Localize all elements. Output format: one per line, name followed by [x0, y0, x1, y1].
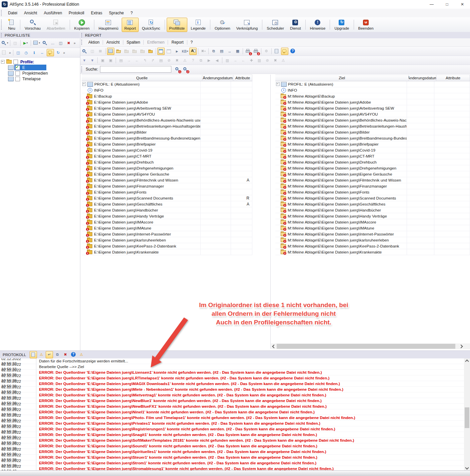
table-row[interactable]: PROFIL: E (Aktualisieren)	[275, 81, 470, 87]
menu-sprache[interactable]: Sprache	[106, 9, 127, 17]
profile-comment-button[interactable]	[47, 49, 54, 56]
menu-ausfhren[interactable]: Ausführen	[40, 9, 65, 17]
log-vertical-scrollbar[interactable]	[464, 358, 470, 470]
filter-off-button[interactable]: ▼	[89, 57, 96, 64]
legende-button[interactable]: Legende	[188, 18, 208, 32]
table-row[interactable]: 1E:\Eigene Dateien juerg\IMAtune	[82, 225, 252, 231]
table-row[interactable]: 2M:\Meine Ablage\E\Eigene Dateien juerg\…	[275, 243, 470, 249]
report-menu-spalten[interactable]: Spalten	[123, 39, 144, 46]
table-row[interactable]: 2M:\Meine Ablage\E\Eigene Dateien juerg\…	[275, 159, 470, 165]
search-in-target-button[interactable]: 2	[182, 66, 189, 73]
table-row[interactable]: iINFO	[82, 87, 252, 93]
close-button[interactable]: ✕	[455, 0, 470, 9]
report-search-button[interactable]	[81, 48, 88, 55]
profile-info-view-button[interactable]: ℹ	[31, 49, 38, 56]
profile-refresh-button[interactable]: ↻	[55, 49, 62, 56]
table-row[interactable]: 2M:\Meine Ablage\E\Eigene Dateien juerg\…	[275, 135, 470, 141]
folder-open-button[interactable]	[115, 48, 122, 55]
table-row[interactable]: 1E:\Eigene Dateien juerg\Filmtechnik und…	[82, 177, 252, 183]
profile-checkbox[interactable]	[15, 71, 20, 76]
collapse-icon[interactable]	[82, 82, 86, 86]
column-header-2[interactable]: Attribute	[233, 75, 252, 81]
log-clear-button[interactable]: ✖	[62, 351, 69, 358]
log-file-warning-button[interactable]: ⚠	[78, 351, 85, 358]
table-row[interactable]: 2M:\Meine Ablage\E\Eigene Dateien juerg\…	[275, 213, 470, 219]
log-row-error[interactable]: 02.12.2022 10:56:39ERROR: Der Quellordne…	[0, 375, 464, 381]
report-menu-report[interactable]: Report	[168, 39, 187, 46]
log-row-error[interactable]: 02.12.2022 10:56:39ERROR: Der Quellordne…	[0, 392, 464, 398]
log-row-error[interactable]: 02.12.2022 10:56:39ERROR: Der Quellordne…	[0, 449, 464, 455]
upgrade-button[interactable]: Upgrade	[332, 18, 352, 32]
table-row[interactable]: 1E:\Eigene Dateien juerg\Drehgenehmigung…	[82, 165, 252, 171]
column-width-button[interactable]: ↔	[226, 48, 233, 55]
log-errors-only-button[interactable]: ⚠	[38, 351, 45, 358]
table-row[interactable]: 2M:\Meine Ablage\E\Eigene Dateien juerg\…	[275, 105, 470, 111]
table-row[interactable]: 2M:\Meine Ablage\E\Eigene Dateien juerg\…	[275, 219, 470, 225]
log-row-error[interactable]: 02.12.2022 10:56:39ERROR: Der Quellordne…	[0, 432, 464, 438]
profile-width-view-button[interactable]: ↔	[39, 49, 46, 56]
run-profile-button[interactable]: ▶▾	[22, 39, 29, 47]
table-row[interactable]: 1E:\Eigene Dateien juerg\Handy Verträge	[82, 213, 252, 219]
report-menu-ansicht[interactable]: Ansicht	[103, 39, 123, 46]
column-header-0[interactable]: Quelle	[82, 75, 202, 81]
search-profiles-button[interactable]: ▾	[0, 39, 9, 47]
table-row[interactable]: 2M:\Meine Ablage\E\Backup	[275, 93, 470, 99]
scroll-left-icon[interactable]	[271, 343, 277, 349]
table-row[interactable]: 1E:\Eigene Dateien juerg\Behördliches-Au…	[82, 117, 252, 123]
table-row[interactable]: 2M:\Meine Ablage\E\Eigene Dateien juerg\…	[275, 231, 470, 237]
column-header-0[interactable]: Ziel	[275, 75, 409, 81]
hinweise-button[interactable]: Hinweise	[307, 18, 328, 32]
table-row[interactable]: 2M:\Meine Ablage\E\Eigene Dateien juerg\…	[275, 201, 470, 207]
print-source-button[interactable]: 1	[244, 48, 252, 55]
table-view-button[interactable]: ▦	[234, 48, 241, 55]
table-row[interactable]: 2M:\Meine Ablage\E\Eigene Dateien juerg\…	[275, 165, 470, 171]
table-row[interactable]: 1E:\Eigene Dateien juerg\Bilder	[82, 129, 252, 135]
column-header-1[interactable]: Änderungsdatum	[409, 75, 436, 81]
log-row-error[interactable]: 02.12.2022 10:56:39ERROR: Der Quellordne…	[0, 398, 464, 404]
report-info-button[interactable]	[273, 48, 280, 55]
zoom-profile-button[interactable]	[41, 39, 48, 47]
table-row[interactable]: 1E:\Eigene Dateien juerg\Breitbandmessun…	[82, 135, 252, 141]
profile-checkbox[interactable]	[15, 65, 20, 70]
profile-clock-view-button[interactable]: ◷	[23, 49, 30, 56]
log-row-error[interactable]: 02.12.2022 10:56:39ERROR: Der Quellordne…	[0, 404, 464, 409]
table-row[interactable]: 2M:\Meine Ablage\E\Eigene Dateien juerg\…	[275, 99, 470, 105]
table-row[interactable]: 2M:\Meine Ablage\E\Eigene Dateien juerg\…	[275, 225, 470, 231]
table-row[interactable]: 2M:\Meine Ablage\E\Eigene Dateien juerg\…	[275, 195, 470, 201]
log-row-error[interactable]: 02.12.2022 10:56:39ERROR: Der Quellordne…	[0, 438, 464, 443]
table-row[interactable]: 1E:\Eigene Dateien juerg\Finanzmanager	[82, 183, 252, 189]
table-row[interactable]: 2M:\Meine Ablage\E\Eigene Dateien juerg\…	[275, 111, 470, 117]
toolbar-overflow-icon[interactable]: »	[9, 51, 11, 55]
filter-button[interactable]: ▼	[81, 57, 88, 64]
table-row[interactable]: 1E:\Eigene Dateien juerg\Fonts	[82, 189, 252, 195]
table-row[interactable]: 2M:\Meine Ablage\E\Eigene Dateien juerg\…	[275, 123, 470, 129]
table-row[interactable]: 1E:\Backup	[82, 93, 252, 99]
log-help-warning-button[interactable]	[70, 351, 77, 358]
dropdown-arrow-icon[interactable]: ▾	[187, 50, 188, 53]
menu-protokoll[interactable]: Protokoll	[65, 9, 88, 17]
log-row-error[interactable]: 02.12.2022 10:56:39ERROR: Der Quellordne…	[0, 460, 464, 466]
column-header-2[interactable]: Attribute	[436, 75, 470, 81]
menu-extras[interactable]: Extras	[88, 9, 106, 17]
table-row[interactable]: 2M:\Meine Ablage\E\Eigene Dateien juerg\…	[275, 117, 470, 123]
window-copy-button[interactable]: ⧉	[210, 48, 217, 55]
scroll-right-icon[interactable]	[458, 343, 464, 349]
search-in-source-button[interactable]: 1	[174, 66, 181, 73]
table-row[interactable]: 1E:\Eigene Dateien juerg\Adobe	[82, 99, 252, 105]
scroll-down-icon[interactable]	[466, 465, 468, 470]
table-row[interactable]: 1E:\Eigene Dateien juerg\IMAscore	[82, 219, 252, 225]
log-autoscroll-button[interactable]: ↵	[46, 351, 53, 358]
scheduler-button[interactable]: Scheduler	[264, 18, 287, 32]
table-row[interactable]: 2M:\Meine Ablage\E\Eigene Dateien juerg\…	[275, 249, 470, 255]
table-row[interactable]: 1E:\Eigene Dateien juerg\Drehbuch	[82, 159, 252, 165]
delete-profile-button[interactable]: ✖	[65, 39, 72, 47]
toolbar-overflow-icon[interactable]: »	[63, 51, 65, 55]
verknuepfung-button[interactable]: Verknüpfung	[234, 18, 261, 32]
table-row[interactable]: 1E:\Eigene Dateien juerg\Covid-19	[82, 147, 252, 153]
table-row[interactable]: 1E:\Eigene Dateien juerg\GeschäftlichesA	[82, 201, 252, 207]
table-row[interactable]: 1E:\Eigene Dateien juerg\Betriebsanleitu…	[82, 123, 252, 129]
log-row-error[interactable]: 02.12.2022 10:56:39ERROR: Der Quellordne…	[0, 455, 464, 460]
table-row[interactable]: 1E:\Eigene Dateien juerg\Krankenakte	[82, 249, 252, 255]
table-row[interactable]: 1E:\Eigene Dateien juerg\Handbücher	[82, 207, 252, 213]
dropdown-arrow-icon[interactable]: ▾	[204, 50, 206, 53]
